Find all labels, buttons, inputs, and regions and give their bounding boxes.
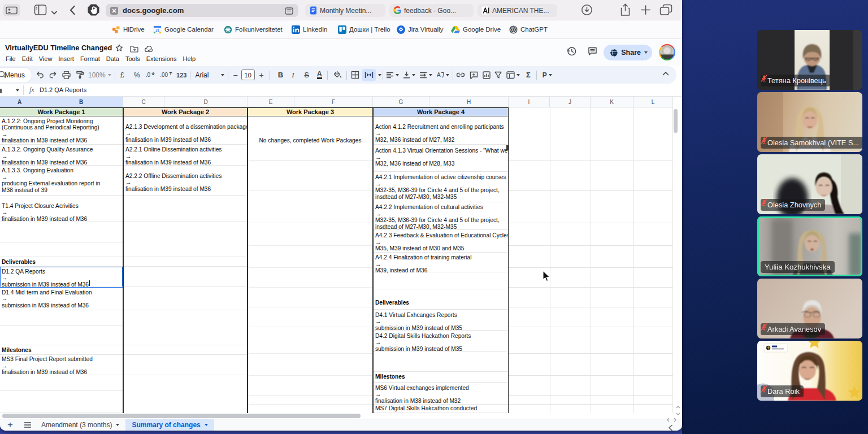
merge-cells-chevron-icon[interactable] [376, 74, 381, 76]
sheet-cell[interactable] [124, 355, 247, 375]
column-header-J[interactable]: J [550, 97, 591, 107]
decrease-font-size-icon[interactable]: − [233, 71, 237, 80]
menu-help[interactable]: Help [183, 55, 196, 62]
sheet-cell[interactable]: Action 4.1.3 Virtual Orientation Session… [374, 145, 508, 172]
column-header-K[interactable]: K [591, 97, 633, 107]
column-header-H[interactable]: H [429, 97, 509, 107]
scroll-right-icon[interactable] [673, 414, 677, 424]
menu-file[interactable]: File [6, 55, 16, 62]
bookmark-hidrive[interactable]: HiDrive [112, 24, 145, 34]
vertical-scrollbar-thumb[interactable] [674, 109, 678, 133]
collapse-panel-icon[interactable] [668, 423, 673, 431]
sheet-cell[interactable] [124, 196, 247, 222]
horizontal-scrollbar-thumb[interactable] [2, 414, 361, 418]
profile-tab-icon[interactable] [2, 3, 21, 19]
sheet-cell[interactable] [374, 272, 508, 289]
sheet-cell[interactable]: MS3 Final Project Report submitted→ fina… [0, 355, 123, 375]
sidebar-toggle-icon[interactable] [34, 4, 47, 18]
more-formats-icon[interactable]: 123 [176, 72, 186, 79]
table-views-icon[interactable] [506, 71, 520, 79]
sidebar-chevron-icon[interactable] [51, 7, 58, 18]
sheet-cell[interactable]: Deliverables [0, 257, 123, 267]
percent-format-icon[interactable]: % [134, 71, 140, 79]
bookmark-google-drive[interactable]: Google Drive [451, 24, 501, 34]
insert-link-icon[interactable] [456, 72, 465, 77]
sheet-cell[interactable] [0, 310, 123, 326]
menu-view[interactable]: View [39, 55, 53, 62]
sheet-cell[interactable]: Deliverables [374, 289, 508, 310]
sheet-cell[interactable] [124, 257, 247, 267]
create-filter-icon[interactable] [494, 71, 502, 79]
browser-tab-american[interactable]: AMERICAN THE... [478, 4, 557, 17]
menu-data[interactable]: Data [106, 55, 119, 62]
sheet-cell[interactable] [124, 222, 247, 257]
bookmark-folkuniversitetet[interactable]: Folkuniversitetet [224, 24, 283, 34]
functions-icon[interactable]: Σ [526, 71, 531, 79]
sheet-cell[interactable] [374, 352, 508, 372]
document-title[interactable]: VirtuallyEDU Timeline Changed [5, 44, 112, 52]
sheet-cell[interactable]: A4.2.4 Finalization of training material… [374, 253, 508, 272]
sheet-cell[interactable]: T1.4 Project Closure Acrivities→ finalis… [0, 196, 123, 222]
sheet-cell[interactable]: A2.1.3 Development of a dissemination pa… [124, 116, 247, 145]
share-button[interactable]: Share [604, 45, 641, 60]
sheet-cell[interactable] [124, 345, 247, 355]
new-tab-icon[interactable] [640, 5, 651, 18]
paint-format-icon[interactable] [76, 71, 84, 79]
sheet-cell[interactable]: A.1.3.3. Ongoing Evaluation→producing Ex… [0, 166, 123, 196]
column-header-C[interactable]: C [123, 97, 164, 107]
horizontal-scrollbar[interactable] [0, 413, 673, 419]
text-color-icon[interactable]: A [317, 71, 322, 79]
share-dropdown-button[interactable] [641, 45, 652, 60]
increase-decimal-icon[interactable]: .00 [160, 72, 173, 78]
vertical-align-icon[interactable] [403, 71, 415, 79]
print-icon[interactable] [62, 71, 71, 79]
bookmark-google-calendar[interactable]: 31Google Calendar [153, 24, 214, 34]
decrease-decimal-icon[interactable]: .0 [146, 72, 155, 78]
redo-icon[interactable] [49, 71, 58, 79]
insert-comment-icon[interactable] [470, 71, 478, 79]
borders-icon[interactable] [351, 71, 359, 79]
collapse-toolbar-icon[interactable] [662, 71, 669, 76]
sheet-cell[interactable] [124, 267, 247, 287]
strikethrough-icon[interactable]: S [305, 71, 309, 79]
star-icon[interactable] [115, 44, 123, 54]
cloud-status-icon[interactable] [145, 45, 154, 55]
sheet-cell[interactable] [0, 391, 123, 413]
adblock-extension-icon[interactable] [87, 3, 100, 19]
comments-icon[interactable] [588, 46, 597, 58]
account-avatar[interactable] [659, 44, 675, 60]
bookmark-jira[interactable]: Jira Virtually [397, 24, 443, 34]
sheet-cell[interactable] [0, 326, 123, 345]
sheet-tab-menu-icon[interactable] [205, 424, 208, 426]
column-header-B[interactable]: B [40, 97, 123, 107]
sheet-cell[interactable]: D1.4 Mid-term and Final Evaluation→submi… [0, 287, 123, 310]
name-box-chevron-icon[interactable] [16, 89, 19, 92]
column-header-E[interactable]: E [248, 97, 294, 107]
sheet-cell[interactable] [0, 375, 123, 391]
sheet-cell[interactable]: A2.2.2 Offline Dissemination activities→… [124, 166, 247, 196]
sheet-cell[interactable]: A4.2.1 Implementation of active citizens… [374, 172, 508, 202]
merge-cells-icon-active[interactable] [362, 69, 376, 81]
participant-tile[interactable]: Тетяна Кронівець [757, 30, 862, 90]
column-header-G[interactable]: G [373, 97, 429, 107]
menu-extensions[interactable]: Extensions [146, 55, 177, 62]
sheet-tab-amendment[interactable]: Amendment (3 months) [35, 419, 125, 431]
sheet-cell[interactable]: No changes, completed Work Packages [248, 116, 372, 161]
browser-tab-feedback[interactable]: feedback - Goo... [389, 4, 474, 17]
horizontal-align-icon[interactable] [386, 72, 399, 79]
sheet-cell[interactable]: Milestones [374, 372, 508, 383]
apps-script-icon[interactable]: P [542, 71, 552, 79]
participant-tile[interactable]: Yuliia Kozhukhivska [757, 216, 862, 276]
bookmark-chatgpt[interactable]: ChatGPT [509, 24, 548, 34]
italic-icon[interactable]: I [292, 71, 294, 80]
participant-tile[interactable]: Olesia Zhovnych [757, 154, 862, 214]
sheet-cell[interactable] [124, 287, 247, 310]
column-header-A[interactable]: A [0, 97, 40, 107]
undo-icon[interactable] [36, 71, 45, 79]
column-header-D[interactable]: D [164, 97, 248, 107]
menu-edit[interactable]: Edit [22, 55, 33, 62]
sheet-cell[interactable]: A4.2.3 Feedback & Evaluation of Educatio… [374, 230, 508, 253]
formula-bar-value[interactable]: D1.2 QA Reports [40, 86, 86, 93]
text-rotation-icon[interactable]: A [437, 71, 449, 79]
add-sheet-icon[interactable]: + [0, 419, 20, 431]
